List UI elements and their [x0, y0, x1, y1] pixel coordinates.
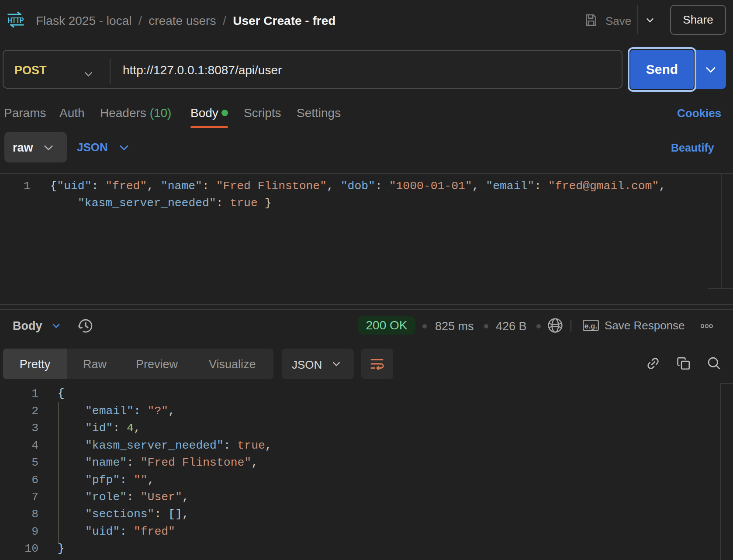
svg-text:HTTP: HTTP	[8, 16, 24, 24]
svg-text:e.g.: e.g.	[584, 322, 597, 330]
